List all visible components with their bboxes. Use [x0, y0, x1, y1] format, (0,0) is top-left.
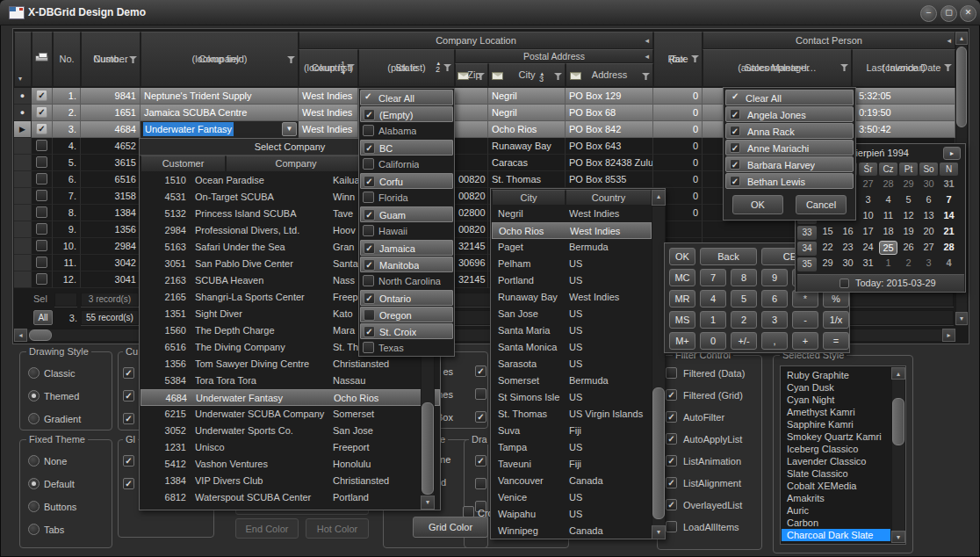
city-list-item[interactable]: Ocho RiosWest Indies [492, 222, 652, 239]
sm-item-checkbox[interactable]: ✓ [730, 142, 740, 153]
filter-icon[interactable] [944, 64, 952, 71]
row-select-cell[interactable] [32, 188, 53, 205]
state-item-checkbox[interactable] [363, 158, 374, 170]
cell-zip[interactable] [455, 88, 488, 105]
state-picklist-item[interactable]: Alabama [360, 123, 453, 139]
cell-customer-number[interactable]: 2984 [81, 238, 141, 255]
scroll-up-icon[interactable]: ▴ [652, 190, 666, 206]
state-item-checkbox[interactable]: ✓ [364, 142, 375, 154]
header-sales-manager[interactable]: Sales Manager(autocomplete+l… [703, 49, 852, 87]
row-select-cell[interactable] [32, 238, 53, 255]
cell-country[interactable]: West Indies [299, 105, 358, 121]
state-picklist-item[interactable]: ✓Ontario [360, 290, 453, 306]
state-picklist-item[interactable]: Oregon [360, 307, 453, 322]
cell-customer-number[interactable]: 1356 [81, 221, 141, 238]
calc-button-4[interactable]: 4 [700, 290, 726, 307]
sm-item-checkbox[interactable]: ✓ [730, 176, 740, 186]
fixed-theme-3-radio[interactable] [28, 524, 40, 535]
calendar-day[interactable]: 15 [818, 225, 837, 239]
calendar-day[interactable]: 21 [940, 225, 958, 239]
calendar-day[interactable]: 3 [859, 193, 877, 207]
row-checkbox[interactable] [36, 273, 47, 285]
scroll-up-icon[interactable]: ▴ [955, 32, 968, 45]
row-select-cell[interactable]: ✓ [32, 105, 53, 121]
band-postal-address[interactable]: Postal Address◂ [455, 49, 653, 63]
cell-customer-number[interactable]: 3615 [81, 155, 141, 171]
row-select-cell[interactable] [32, 221, 53, 238]
calc-button-+/-[interactable]: +/- [731, 332, 757, 350]
v-scroll-thumb[interactable] [956, 47, 967, 127]
calc-button-+[interactable]: + [792, 332, 818, 350]
calendar-day[interactable]: 29 [899, 177, 918, 192]
cell-zip[interactable]: 32145 [455, 271, 488, 288]
city-list-item[interactable]: Santa MariaUS [492, 322, 652, 339]
row-indicator[interactable] [14, 271, 32, 288]
company-list-item[interactable]: 3052Underwater Sports Co.San Jose [141, 423, 440, 439]
cell-country[interactable]: West Indies [299, 88, 358, 105]
combo-dropdown-button[interactable]: ▼ [282, 122, 297, 136]
filter-icon[interactable] [287, 56, 295, 63]
cell-tax-rate[interactable]: 0 [653, 88, 703, 105]
filter-filtereddata-checkbox[interactable] [666, 367, 677, 379]
calendar-day[interactable]: 27 [859, 177, 877, 192]
row-checkbox[interactable] [36, 206, 47, 218]
state-picklist-item[interactable]: California [360, 156, 453, 172]
city-list-item[interactable]: SarasotaUS [492, 356, 652, 373]
sm-list-item[interactable]: ✓Anne Mariachi [725, 140, 854, 156]
calendar-day[interactable]: 16 [839, 225, 857, 239]
state-item-checkbox[interactable]: ✓ [364, 109, 375, 120]
city-list-item[interactable]: TampaUS [492, 439, 652, 456]
row-checkbox[interactable] [36, 190, 47, 201]
cell-zip[interactable] [455, 155, 488, 171]
state-picklist-item[interactable]: ✓BC [360, 140, 453, 156]
city-list-item[interactable]: PortlandUS [492, 272, 652, 289]
row-checkbox[interactable]: ✓ [36, 90, 47, 101]
cell-customer-number[interactable]: 4652 [81, 138, 141, 155]
scroll-down-icon[interactable]: ▾ [955, 312, 968, 325]
calendar-day[interactable]: 20 [919, 225, 938, 239]
calendar-day[interactable]: 4 [940, 257, 958, 271]
state-item-checkbox[interactable]: ✓ [364, 176, 375, 187]
sm-list-item[interactable]: ✓Anna Rack [725, 123, 854, 139]
city-list-item[interactable]: TaveuniFiji [492, 456, 652, 473]
grid-color-button[interactable]: Grid Color [413, 517, 488, 538]
cell-zip[interactable]: 00820 [455, 171, 488, 188]
calendar-day[interactable]: 28 [879, 177, 897, 192]
lines-opt-2-checkbox[interactable]: ✓ [475, 411, 486, 423]
header-dropdown-icon[interactable]: ▾ [18, 73, 22, 84]
cell-zip[interactable]: 00820 [455, 188, 488, 205]
style-list-item[interactable]: Iceberg Classico [782, 443, 890, 455]
calc-button-8[interactable]: 8 [731, 269, 757, 286]
calc-button-MS[interactable]: MS [669, 311, 695, 329]
calendar-day[interactable]: 14 [940, 209, 958, 223]
edit-selection[interactable]: Underwater Fantasy [143, 122, 234, 136]
cell-zip[interactable]: 32145 [455, 238, 488, 255]
company-scroll-thumb[interactable] [422, 402, 434, 495]
calc-button-7[interactable]: 7 [700, 269, 726, 286]
city-list-item[interactable]: WinnipegCanada [492, 523, 652, 539]
glossy-opt-1-checkbox[interactable]: ✓ [123, 478, 134, 489]
cell-company-editor[interactable]: Underwater Fantasy▼ [141, 121, 299, 138]
cell-company[interactable]: Neptune's Trident Supply [141, 88, 299, 105]
row-select-cell[interactable] [32, 271, 53, 288]
calc-button-0[interactable]: 0 [700, 332, 726, 350]
city-list-item[interactable]: VeniceUS [492, 489, 652, 506]
filter-icon[interactable] [443, 64, 451, 71]
cell-address[interactable]: PO Box 68 [566, 105, 653, 121]
cell-company[interactable]: Jamaica SCUBA Centre [141, 105, 299, 121]
state-picklist-item[interactable]: ✓Jamaica [360, 240, 453, 256]
sm-clear-all[interactable]: ✓Clear All [725, 90, 854, 105]
state-item-checkbox[interactable] [364, 309, 375, 321]
fixed-theme-1-radio[interactable] [28, 478, 40, 489]
style-list-item[interactable]: Cyan Dusk [782, 381, 890, 394]
row-indicator[interactable] [14, 238, 32, 255]
today-checkbox[interactable] [839, 278, 849, 288]
header-indicator[interactable]: ▾ [14, 32, 32, 87]
drawing-style-0-radio[interactable] [28, 367, 40, 379]
collapse-left-icon[interactable]: ◂ [645, 35, 649, 47]
cell-address[interactable]: PO Box 643 [566, 138, 653, 155]
calendar-day[interactable]: 23 [839, 241, 857, 255]
cell-zip[interactable]: 02800 [455, 205, 488, 221]
header-print[interactable] [32, 32, 53, 87]
style-list-item[interactable]: Cyan Night [782, 394, 890, 406]
